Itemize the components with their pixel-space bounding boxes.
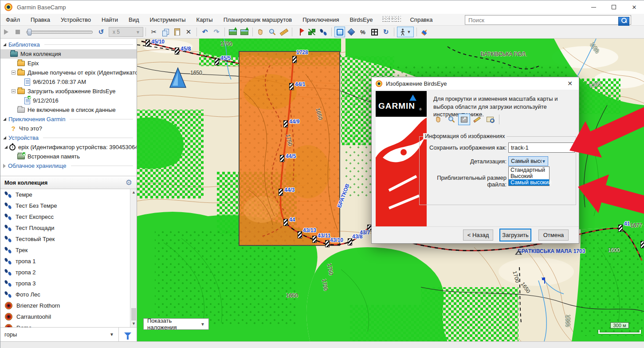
- menu-item-планировщик-маршрутов[interactable]: Планировщик маршрутов: [218, 14, 298, 25]
- collapse-box-icon[interactable]: [12, 71, 16, 75]
- menu-item-устройство[interactable]: Устройство: [55, 14, 96, 25]
- scroll-down-arrow[interactable]: ▼: [130, 320, 137, 327]
- menu-item-приключения[interactable]: Приключения: [297, 14, 344, 25]
- draw-tool-button[interactable]: [471, 114, 483, 125]
- list-item[interactable]: Фото Лес: [0, 289, 130, 300]
- expanded-icon[interactable]: [3, 118, 6, 121]
- list-item[interactable]: Трек: [0, 245, 130, 256]
- tree-item[interactable]: Не включенные в список данные: [0, 105, 137, 115]
- cancel-button[interactable]: Отмена: [538, 229, 569, 241]
- tree-item[interactable]: Встроенная память: [0, 152, 137, 161]
- delete-button[interactable]: ✕: [183, 27, 194, 37]
- gear-icon[interactable]: ⚙: [126, 178, 132, 187]
- tree-item[interactable]: 9/12/2016: [0, 96, 137, 105]
- close-button[interactable]: ✕: [624, 0, 644, 14]
- menu-item-найти[interactable]: Найти: [96, 14, 123, 25]
- play-button[interactable]: [1, 27, 12, 37]
- menu-item-карты[interactable]: Карты: [191, 14, 218, 25]
- measure-tool-button[interactable]: [279, 27, 289, 37]
- menu-item-файл[interactable]: Файл: [0, 14, 25, 25]
- zoom-tool-button[interactable]: [267, 27, 278, 37]
- menu-item-инструменты[interactable]: Инструменты: [145, 14, 191, 25]
- send-to-device-button[interactable]: [228, 27, 238, 37]
- collapse-box-icon[interactable]: [12, 89, 16, 93]
- slider-thumb[interactable]: [27, 29, 31, 36]
- tree-item[interactable]: 9/6/2016 7:08:37 AM: [0, 77, 137, 87]
- pan-tool-button[interactable]: [432, 114, 444, 125]
- download-button[interactable]: Загрузить: [499, 229, 531, 241]
- tree-item[interactable]: Загрузить изображение BirdsEye: [0, 87, 137, 96]
- list-item[interactable]: тропа 3: [0, 278, 130, 289]
- search-input[interactable]: Поиск ▼: [465, 15, 631, 25]
- undo-button[interactable]: ↶: [200, 27, 210, 37]
- expanded-icon[interactable]: [3, 43, 6, 46]
- scroll-up-arrow[interactable]: ▲: [130, 189, 137, 196]
- menu-item-правка[interactable]: Правка: [25, 14, 55, 25]
- preview-tool-button[interactable]: [484, 114, 496, 125]
- tree-item[interactable]: Данные получены от epix (Идентификатор у…: [0, 68, 137, 77]
- list-item[interactable]: Тестовый Трек: [0, 233, 130, 245]
- tree-item[interactable]: Моя коллекция: [0, 49, 137, 59]
- fullscreen-button[interactable]: [369, 27, 380, 37]
- resize-selection-tool-button[interactable]: [458, 114, 470, 125]
- view-3d-button[interactable]: [346, 27, 357, 37]
- tree-item[interactable]: Устройства: [0, 133, 137, 142]
- copy-button[interactable]: [160, 27, 171, 37]
- stop-button[interactable]: [12, 27, 23, 37]
- pan-tool-button[interactable]: [255, 27, 266, 37]
- menu-item-справка[interactable]: Справка: [404, 14, 438, 25]
- tree-item[interactable]: epix (Идентификатор устройства: 39045306…: [0, 142, 137, 152]
- detail-option[interactable]: Высокий: [509, 173, 549, 179]
- dialog-close-icon[interactable]: ✕: [561, 80, 579, 87]
- zoom-tool-button[interactable]: [445, 114, 457, 125]
- list-item[interactable]: Carrauntoohil: [0, 311, 130, 322]
- playback-slider[interactable]: [26, 31, 93, 34]
- detail-option[interactable]: Самый высокий: [509, 179, 549, 186]
- expanded-icon[interactable]: [3, 136, 6, 139]
- menu-item-вид[interactable]: Вид: [123, 14, 145, 25]
- list-item[interactable]: Тест Площади: [0, 222, 130, 233]
- playback-speed-combo[interactable]: x 5 ▼: [109, 27, 143, 37]
- tree-item[interactable]: ?Что это?: [0, 124, 137, 133]
- maximize-button[interactable]: [604, 0, 624, 14]
- receive-from-device-button[interactable]: [239, 27, 250, 37]
- refresh-map-button[interactable]: ↻: [381, 27, 391, 37]
- detail-option[interactable]: Стандартный: [509, 167, 549, 173]
- search-button[interactable]: [618, 17, 629, 27]
- tree-item[interactable]: Epix: [0, 59, 137, 68]
- tree-item[interactable]: Приключения Garmin: [0, 115, 137, 124]
- expanded-icon[interactable]: [4, 146, 8, 149]
- list-item[interactable]: Dome: [0, 322, 130, 327]
- activity-profile-combo[interactable]: ▼: [397, 27, 414, 37]
- detail-combobox[interactable]: Самый высо ▼: [508, 156, 548, 166]
- filter-input[interactable]: горы: [0, 331, 110, 338]
- list-item[interactable]: тропа 1: [0, 256, 130, 267]
- tree-item[interactable]: Библиотека: [0, 40, 137, 49]
- minimize-button[interactable]: [583, 0, 604, 14]
- list-scrollbar[interactable]: ▲ ▼: [130, 189, 137, 327]
- list-item[interactable]: тропа 2: [0, 267, 130, 278]
- list-item[interactable]: Тест Експресс: [0, 211, 130, 222]
- new-track-button[interactable]: [318, 27, 329, 37]
- tree-item[interactable]: Облачное хранилище: [0, 161, 137, 170]
- paste-button[interactable]: [172, 27, 182, 37]
- filter-dropdown-caret[interactable]: ▼: [110, 332, 118, 337]
- scroll-thumb[interactable]: [131, 308, 136, 320]
- collapsed-icon[interactable]: [3, 164, 6, 168]
- back-button[interactable]: < Назад: [463, 229, 493, 241]
- redo-button[interactable]: ↷: [211, 27, 222, 37]
- menu-item-garbled[interactable]: [381, 16, 401, 23]
- elevation-detail-button[interactable]: %: [357, 27, 368, 37]
- menu-item-birdseye[interactable]: BirdsEye: [344, 14, 378, 25]
- save-as-input[interactable]: track-1: [508, 142, 575, 153]
- new-waypoint-button[interactable]: [295, 27, 306, 37]
- adventure-button[interactable]: [420, 27, 430, 37]
- filter-funnel-icon[interactable]: [124, 332, 131, 336]
- birdseye-select-button[interactable]: [334, 27, 345, 37]
- cut-button[interactable]: ✂: [149, 27, 159, 37]
- new-route-button[interactable]: [306, 27, 317, 37]
- reset-playback-button[interactable]: ↺: [96, 27, 106, 37]
- list-item[interactable]: Тест Без Темре: [0, 200, 130, 211]
- list-item[interactable]: Темре: [0, 189, 130, 200]
- show-overlays-dropdown[interactable]: Показать наложения ▼: [143, 318, 209, 330]
